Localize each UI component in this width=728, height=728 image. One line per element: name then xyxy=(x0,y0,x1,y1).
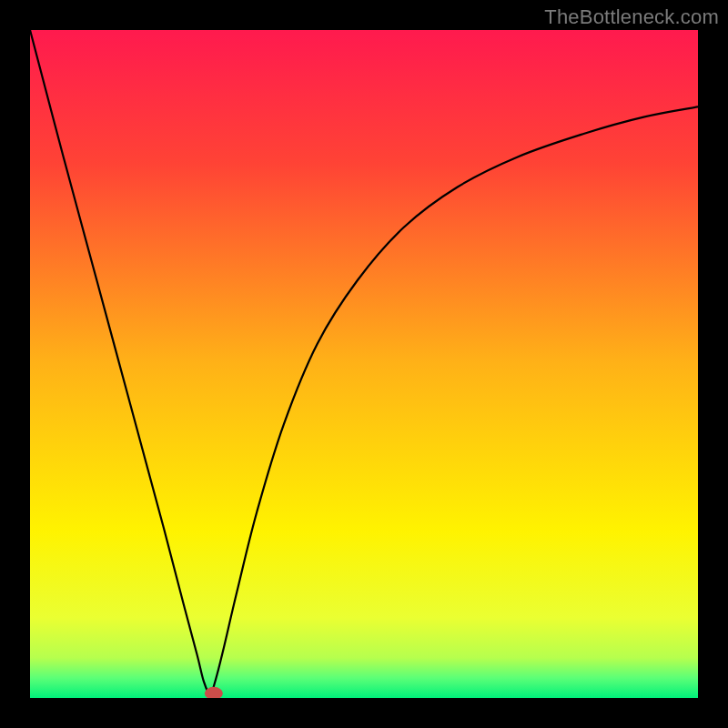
chart-frame xyxy=(30,30,698,698)
chart-canvas xyxy=(30,30,698,698)
watermark-text: TheBottleneck.com xyxy=(544,5,719,29)
